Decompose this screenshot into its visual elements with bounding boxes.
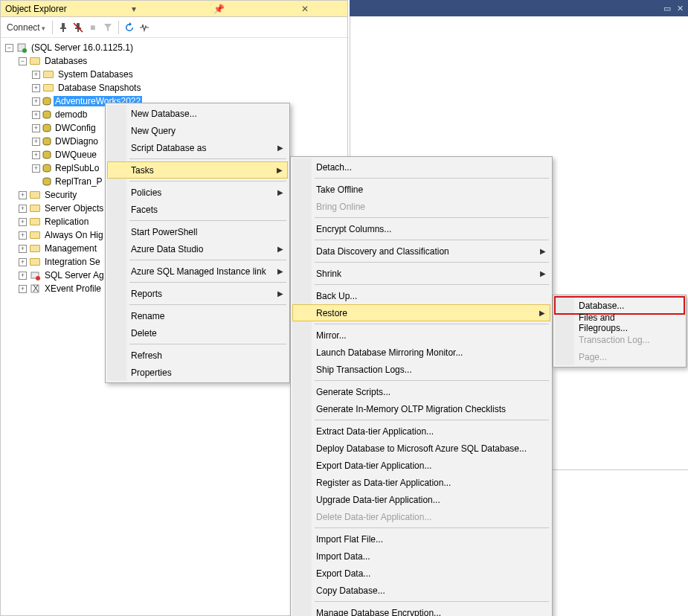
expand-icon[interactable]: + bbox=[32, 151, 40, 159]
disconnect-icon[interactable] bbox=[71, 21, 85, 34]
document-tabstrip: ▭ ✕ bbox=[350, 0, 688, 16]
menu-restore-files-filegroups[interactable]: Files and Filegroups... bbox=[555, 314, 684, 331]
menu-upgrade-dta[interactable]: Upgrade Data-tier Application... bbox=[292, 491, 550, 508]
menu-item-label: Database... bbox=[579, 301, 624, 311]
menu-export-dta[interactable]: Export Data-tier Application... bbox=[292, 457, 550, 474]
expand-icon[interactable]: + bbox=[32, 84, 40, 92]
menu-azure-data-studio[interactable]: Azure Data Studio▶ bbox=[107, 240, 288, 257]
tree-item-label: DWDiagno bbox=[54, 136, 100, 147]
expand-icon[interactable]: + bbox=[32, 71, 40, 79]
menu-item-label: Data Discovery and Classification bbox=[316, 246, 449, 257]
expand-icon[interactable]: + bbox=[32, 124, 40, 132]
expand-icon[interactable]: + bbox=[19, 231, 27, 240]
connect-button[interactable]: Connect bbox=[4, 21, 48, 34]
collapse-icon[interactable]: − bbox=[5, 44, 13, 52]
menu-copy-database[interactable]: Copy Database... bbox=[292, 582, 550, 599]
menu-facets[interactable]: Facets bbox=[107, 201, 288, 218]
dropdown-icon[interactable]: ▾ bbox=[91, 4, 176, 14]
expand-icon[interactable]: + bbox=[19, 218, 27, 226]
close-icon[interactable]: ✕ bbox=[677, 4, 684, 13]
expand-icon[interactable]: + bbox=[32, 138, 40, 146]
menu-properties[interactable]: Properties bbox=[107, 364, 288, 381]
menu-new-database[interactable]: New Database... bbox=[107, 105, 288, 122]
menu-script-database[interactable]: Script Database as▶ bbox=[107, 139, 288, 156]
menu-separator bbox=[129, 158, 286, 159]
menu-bring-online: Bring Online bbox=[292, 198, 550, 215]
menu-data-discovery[interactable]: Data Discovery and Classification▶ bbox=[292, 243, 550, 260]
menu-extract-dta[interactable]: Extract Data-tier Application... bbox=[292, 423, 550, 440]
xevent-icon: X bbox=[29, 283, 41, 295]
object-explorer-toolbar: Connect ■ bbox=[1, 17, 347, 38]
menu-generate-scripts[interactable]: Generate Scripts... bbox=[292, 383, 550, 400]
menu-manage-db-encryption[interactable]: Manage Database Encryption... bbox=[292, 604, 550, 616]
panel-title: Object Explorer bbox=[5, 4, 91, 14]
menu-encrypt-columns[interactable]: Encrypt Columns... bbox=[292, 220, 550, 237]
expand-icon[interactable]: + bbox=[19, 285, 27, 293]
refresh-icon[interactable] bbox=[123, 21, 136, 34]
menu-register-dta[interactable]: Register as Data-tier Application... bbox=[292, 474, 550, 491]
menu-mirror[interactable]: Mirror... bbox=[292, 327, 550, 344]
menu-item-label: Restore bbox=[316, 308, 347, 318]
connect-icon[interactable] bbox=[57, 21, 70, 34]
expand-icon[interactable]: + bbox=[19, 245, 27, 253]
menu-deploy-azure[interactable]: Deploy Database to Microsoft Azure SQL D… bbox=[292, 440, 550, 457]
folder-icon bbox=[42, 68, 54, 80]
expand-icon[interactable]: + bbox=[32, 164, 40, 173]
menu-ship-transaction-logs[interactable]: Ship Transaction Logs... bbox=[292, 361, 550, 378]
menu-tasks[interactable]: Tasks▶ bbox=[107, 161, 288, 179]
stop-icon[interactable]: ■ bbox=[86, 21, 100, 34]
collapse-icon[interactable]: − bbox=[19, 57, 27, 65]
database-icon bbox=[42, 97, 51, 106]
menu-new-query[interactable]: New Query bbox=[107, 122, 288, 139]
context-menu-database: New Database... New Query Script Databas… bbox=[105, 103, 290, 383]
activity-icon[interactable] bbox=[138, 21, 151, 34]
tree-system-databases[interactable]: + System Databases bbox=[4, 68, 347, 81]
menu-take-offline[interactable]: Take Offline bbox=[292, 181, 550, 198]
menu-item-label: Generate Scripts... bbox=[316, 387, 390, 397]
menu-generate-inmemory-checklists[interactable]: Generate In-Memory OLTP Migration Checkl… bbox=[292, 400, 550, 417]
menu-import-data[interactable]: Import Data... bbox=[292, 548, 550, 565]
menu-shrink[interactable]: Shrink▶ bbox=[292, 265, 550, 282]
menu-azure-sql-mi-link[interactable]: Azure SQL Managed Instance link▶ bbox=[107, 263, 288, 280]
menu-launch-mirroring-monitor[interactable]: Launch Database Mirroring Monitor... bbox=[292, 344, 550, 361]
folder-icon bbox=[29, 243, 41, 254]
svg-text:X: X bbox=[33, 283, 39, 294]
menu-import-flat-file[interactable]: Import Flat File... bbox=[292, 530, 550, 548]
database-icon bbox=[42, 150, 51, 159]
tree-database-snapshots[interactable]: + Database Snapshots bbox=[4, 81, 347, 94]
menu-reports[interactable]: Reports▶ bbox=[107, 285, 288, 302]
menu-item-label: Transaction Log... bbox=[579, 335, 650, 345]
submenu-arrow-icon: ▶ bbox=[539, 309, 545, 317]
tree-item-label: ReplSubLo bbox=[54, 163, 100, 173]
tree-item-label: Integration Se bbox=[43, 257, 102, 267]
folder-icon bbox=[29, 202, 41, 214]
menu-back-up[interactable]: Back Up... bbox=[292, 287, 550, 304]
menu-detach[interactable]: Detach... bbox=[292, 158, 550, 176]
menu-start-powershell[interactable]: Start PowerShell bbox=[107, 223, 288, 240]
menu-refresh[interactable]: Refresh bbox=[107, 347, 288, 364]
expand-icon[interactable]: + bbox=[19, 272, 27, 280]
menu-item-label: Import Flat File... bbox=[316, 534, 383, 545]
menu-policies[interactable]: Policies▶ bbox=[107, 184, 288, 201]
tree-databases[interactable]: − Databases bbox=[4, 54, 347, 68]
filter-icon[interactable] bbox=[101, 21, 115, 34]
expand-icon[interactable]: + bbox=[19, 258, 27, 266]
menu-rename[interactable]: Rename bbox=[107, 307, 288, 324]
expand-icon[interactable]: + bbox=[32, 97, 40, 106]
menu-restore[interactable]: Restore▶ bbox=[292, 304, 550, 321]
menu-item-label: Launch Database Mirroring Monitor... bbox=[316, 347, 463, 358]
expand-icon[interactable]: + bbox=[19, 205, 27, 213]
tree-root[interactable]: − (SQL Server 16.0.1125.1) bbox=[4, 41, 347, 54]
database-icon bbox=[42, 137, 51, 146]
close-icon[interactable]: ✕ bbox=[262, 4, 347, 14]
window-position-icon[interactable]: ▭ bbox=[663, 4, 671, 13]
expand-icon[interactable]: + bbox=[19, 191, 27, 199]
menu-delete[interactable]: Delete bbox=[107, 324, 288, 341]
expand-icon[interactable]: + bbox=[32, 111, 40, 119]
menu-export-data[interactable]: Export Data... bbox=[292, 565, 550, 582]
menu-separator bbox=[315, 240, 549, 240]
pin-icon[interactable]: 📌 bbox=[176, 4, 262, 14]
menu-item-label: Facets bbox=[131, 205, 158, 215]
folder-icon bbox=[29, 189, 41, 201]
tree-item-label: Security bbox=[43, 190, 78, 200]
